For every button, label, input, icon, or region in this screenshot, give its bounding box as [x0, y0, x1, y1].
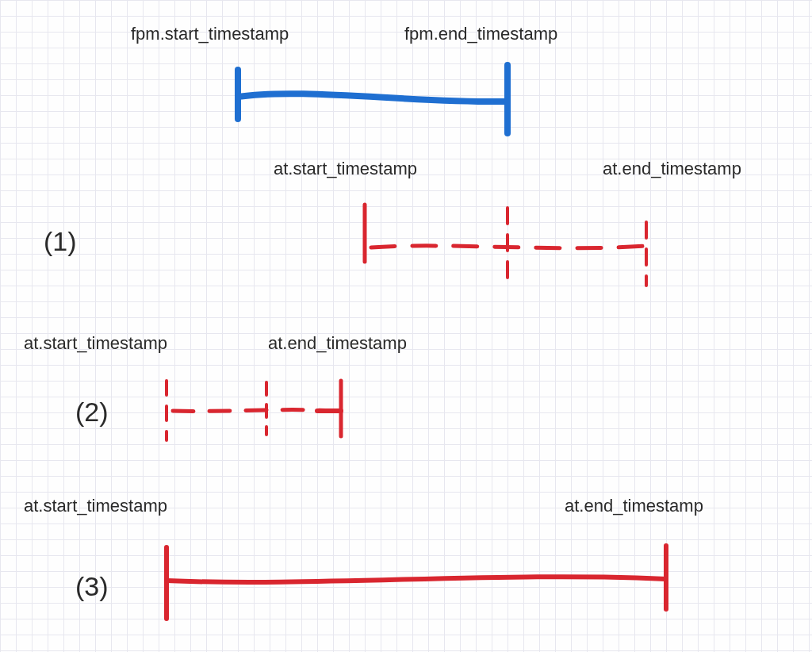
case-2-interval: [167, 381, 341, 440]
case-2-start-label: at.start_timestamp: [24, 333, 167, 354]
case-2-end-label: at.end_timestamp: [268, 333, 407, 354]
case-1-number: (1): [44, 226, 77, 257]
case-2-number: (2): [75, 397, 109, 428]
case-1-end-label: at.end_timestamp: [603, 159, 741, 179]
fpm-interval: [238, 65, 508, 133]
case-3-number: (3): [75, 571, 109, 602]
case-3-end-label: at.end_timestamp: [565, 496, 703, 516]
case-1-start-label: at.start_timestamp: [274, 159, 417, 179]
case-1-interval: [365, 205, 646, 286]
case-3-start-label: at.start_timestamp: [24, 496, 167, 516]
fpm-end-label: fpm.end_timestamp: [404, 24, 557, 44]
fpm-start-label: fpm.start_timestamp: [131, 24, 289, 44]
sketch-overlay: [0, 0, 812, 652]
case-3-interval: [167, 546, 666, 619]
